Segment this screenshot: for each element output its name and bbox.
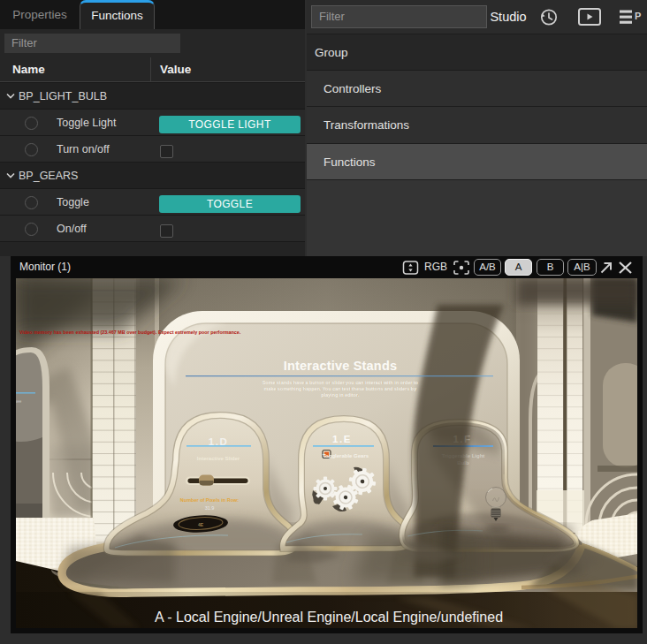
svg-text:1.E: 1.E bbox=[332, 434, 352, 444]
svg-text:to see: to see bbox=[16, 399, 22, 404]
svg-text:31.9: 31.9 bbox=[205, 505, 215, 511]
svg-text:Interactive Slider: Interactive Slider bbox=[197, 456, 240, 461]
svg-text:Some stands have a button or s: Some stands have a button or slider you … bbox=[263, 380, 419, 385]
svg-text:4E: 4E bbox=[198, 522, 204, 527]
svg-text:Number of Pixels in Row:: Number of Pixels in Row: bbox=[180, 497, 239, 503]
svg-text:A - Local Engine/Unreal Engine: A - Local Engine/Unreal Engine/Local Eng… bbox=[155, 610, 503, 625]
svg-text:Togglerable Gears: Togglerable Gears bbox=[323, 453, 369, 458]
svg-text:Video memory has been exhauste: Video memory has been exhausted (23.467 … bbox=[19, 330, 241, 335]
svg-text:make something happen. You can: make something happen. You can test thes… bbox=[264, 386, 416, 391]
svg-text:playing in editor.: playing in editor. bbox=[322, 392, 360, 398]
svg-text:P: P bbox=[635, 11, 641, 21]
svg-text:Interactive Stands: Interactive Stands bbox=[284, 359, 398, 373]
